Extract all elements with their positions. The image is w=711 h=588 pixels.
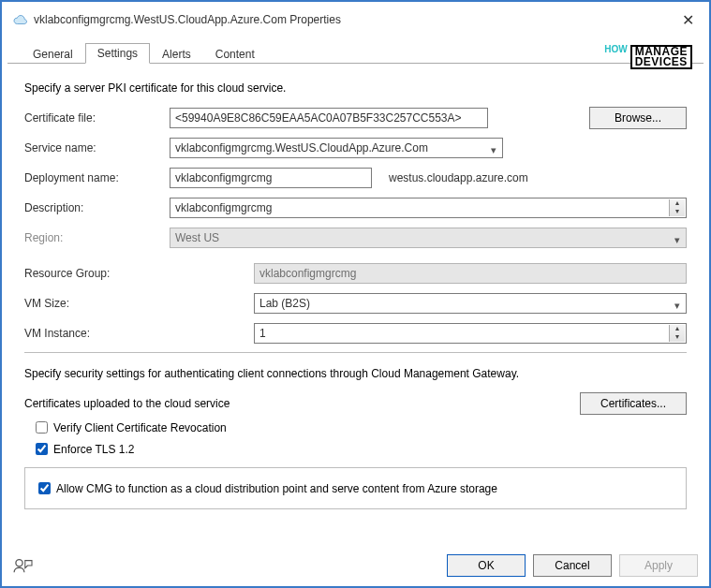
vm-instance-label: VM Instance: <box>24 327 254 340</box>
verify-revocation-checkbox[interactable]: Verify Client Certificate Revocation <box>32 419 687 436</box>
feedback-icon[interactable] <box>13 557 34 574</box>
enforce-tls-checkbox[interactable]: Enforce TLS 1.2 <box>32 440 687 458</box>
deployment-suffix: westus.cloudapp.azure.com <box>389 171 528 184</box>
description-field[interactable]: vklabconfigmgrcmg ▴▾ <box>170 198 687 218</box>
certificates-button[interactable]: Certificates... <box>580 392 687 415</box>
tab-strip: General Settings Alerts Content <box>7 41 704 64</box>
tab-general[interactable]: General <box>21 44 85 64</box>
vm-size-label: VM Size: <box>24 297 254 310</box>
certs-uploaded-label: Certificates uploaded to the cloud servi… <box>24 397 230 410</box>
tab-content[interactable]: Content <box>203 44 267 64</box>
settings-panel: Specify a server PKI certificate for thi… <box>7 64 704 517</box>
region-select: West US <box>170 228 687 248</box>
description-label: Description: <box>24 201 170 214</box>
tab-settings[interactable]: Settings <box>85 43 150 64</box>
cert-file-label: Certificate file: <box>24 111 170 125</box>
resource-group-field: vklabconfigmgrcmg <box>254 263 687 284</box>
verify-revocation-input[interactable] <box>36 421 48 434</box>
title-bar: vklabconfigmgrcmg.WestUS.CloudApp.Azure.… <box>7 7 704 32</box>
cert-file-field[interactable]: <59940A9E8C86C59EAA5AC0A07B5F33C257CC553… <box>170 108 488 128</box>
deployment-name-label: Deployment name: <box>24 171 170 184</box>
ok-button[interactable]: OK <box>447 554 526 577</box>
bottom-bar: OK Cancel Apply <box>13 554 698 577</box>
cdp-section: Allow CMG to function as a cloud distrib… <box>24 467 687 509</box>
cancel-button[interactable]: Cancel <box>533 554 612 577</box>
svg-point-0 <box>16 560 22 566</box>
window-title: vklabconfigmgrcmg.WestUS.CloudApp.Azure.… <box>34 13 676 26</box>
region-label: Region: <box>24 231 170 244</box>
tab-alerts[interactable]: Alerts <box>150 44 203 64</box>
apply-button: Apply <box>619 554 698 577</box>
pki-intro-text: Specify a server PKI certificate for thi… <box>24 81 286 95</box>
browse-button[interactable]: Browse... <box>589 107 687 129</box>
cloud-icon <box>11 13 28 26</box>
enforce-tls-input[interactable] <box>36 443 48 455</box>
resource-group-label: Resource Group: <box>24 267 254 280</box>
allow-cmg-cdp-input[interactable] <box>38 482 51 494</box>
service-name-select[interactable]: vklabconfigmgrcmg.WestUS.CloudApp.Azure.… <box>170 138 503 158</box>
vm-size-select[interactable]: Lab (B2S) <box>254 293 687 314</box>
allow-cmg-cdp-checkbox[interactable]: Allow CMG to function as a cloud distrib… <box>35 479 676 497</box>
separator <box>24 352 687 353</box>
security-intro-text: Specify security settings for authentica… <box>24 367 519 380</box>
close-button[interactable]: ✕ <box>676 11 700 29</box>
service-name-label: Service name: <box>24 141 170 154</box>
vm-instance-field[interactable]: 1 ▴▾ <box>254 323 687 344</box>
deployment-name-field[interactable]: vklabconfigmgrcmg <box>170 168 372 188</box>
